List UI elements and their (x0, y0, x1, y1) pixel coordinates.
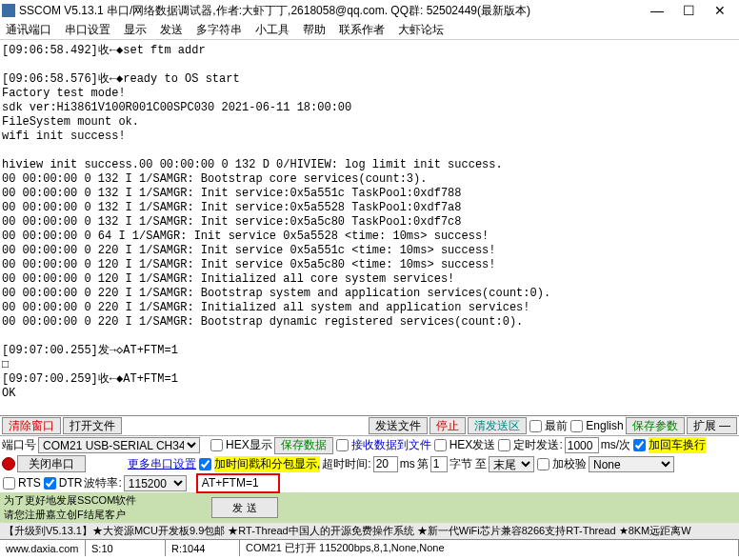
window-title: SSCOM V5.13.1 串口/网络数据调试器,作者:大虾丁丁,2618058… (19, 3, 650, 19)
timeout-unit: ms (400, 457, 415, 470)
timed-send-unit: ms/次 (601, 437, 630, 453)
more-settings-link[interactable]: 更多串口设置 (128, 456, 196, 472)
port-label: 端口号 (2, 437, 36, 453)
byte-label: 第 (417, 456, 429, 472)
baud-select[interactable]: 115200 (124, 475, 187, 491)
open-file-button[interactable]: 打开文件 (63, 417, 122, 434)
menu-bar: 通讯端口 串口设置 显示 发送 多字符串 小工具 帮助 联系作者 大虾论坛 (0, 21, 739, 40)
row-3: 关闭串口 更多串口设置 加时间戳和分包显示, 超时时间: ms 第 字节 至 末… (0, 454, 739, 473)
menu-port[interactable]: 通讯端口 (6, 22, 51, 38)
menu-help[interactable]: 帮助 (303, 22, 326, 38)
promo-bar-1: 为了更好地发展SSCOM软件 请您注册嘉立创F结尾客户 发 送 (0, 492, 739, 523)
save-params-button[interactable]: 保存参数 (626, 417, 685, 434)
promo-bar-2[interactable]: 【升级到V5.13.1】★大资源MCU开发板9.9包邮 ★RT-Thread中国… (0, 523, 739, 539)
rx-to-file-label: 接收数据到文件 (351, 437, 431, 453)
hex-show-label: HEX显示 (226, 437, 272, 453)
menu-serial-settings[interactable]: 串口设置 (65, 22, 110, 38)
close-button[interactable]: ✕ (714, 3, 726, 18)
maximize-button[interactable]: ☐ (683, 3, 695, 18)
timestamp-checkbox[interactable] (199, 458, 211, 470)
promo-text-1a: 为了更好地发展SSCOM软件 (4, 494, 136, 506)
hex-show-checkbox[interactable] (210, 439, 223, 451)
command-input[interactable] (200, 475, 276, 491)
terminal-output[interactable]: [09:06:58.492]收←◆set ftm addr [09:06:58.… (0, 40, 739, 415)
byte-input[interactable] (430, 456, 448, 472)
row-1: 清除窗口 打开文件 发送文件 停止 清发送区 最前 English 保存参数 扩… (0, 416, 739, 435)
port-select[interactable]: COM21 USB-SERIAL CH340 (38, 437, 200, 453)
timeout-input[interactable] (373, 456, 398, 472)
record-icon[interactable] (2, 457, 15, 470)
menu-multistring[interactable]: 多字符串 (196, 22, 242, 38)
front-checkbox[interactable] (529, 420, 542, 432)
english-label: English (586, 419, 623, 432)
clear-send-area-button[interactable]: 清发送区 (468, 417, 527, 434)
menu-contact[interactable]: 联系作者 (339, 22, 385, 38)
tail-select[interactable]: 末尾 (489, 456, 534, 472)
menu-tools[interactable]: 小工具 (255, 22, 290, 38)
title-bar: SSCOM V5.13.1 串口/网络数据调试器,作者:大虾丁丁,2618058… (0, 0, 739, 21)
menu-display[interactable]: 显示 (124, 22, 147, 38)
status-sent: S:10 (86, 540, 166, 556)
promo-text-1c: 请您注册嘉立创F结尾客户 (4, 509, 126, 520)
menu-forum[interactable]: 大虾论坛 (398, 22, 444, 38)
extend-button[interactable]: 扩展 — (687, 417, 737, 434)
save-data-button[interactable]: 保存数据 (274, 437, 333, 454)
checksum-checkbox[interactable] (537, 458, 549, 470)
timestamp-label: 加时间戳和分包显示, (214, 456, 320, 472)
stop-button[interactable]: 停止 (429, 417, 466, 434)
baud-label: 波特率: (84, 475, 121, 491)
timeout-label: 超时时间: (322, 456, 370, 472)
clear-window-button[interactable]: 清除窗口 (2, 417, 61, 434)
dtr-checkbox[interactable] (44, 477, 56, 490)
crlf-checkbox[interactable] (633, 439, 646, 451)
rts-label: RTS (18, 476, 41, 490)
dtr-label: DTR (59, 476, 83, 490)
front-label: 最前 (545, 418, 568, 434)
row-4: RTS DTR 波特率: 115200 (0, 473, 739, 492)
rx-to-file-checkbox[interactable] (336, 439, 349, 451)
send-file-button[interactable]: 发送文件 (369, 417, 428, 434)
rts-checkbox[interactable] (3, 477, 15, 490)
timed-send-checkbox[interactable] (498, 439, 510, 451)
status-port: COM21 已打开 115200bps,8,1,None,None (240, 540, 739, 556)
status-bar: www.daxia.com S:10 R:1044 COM21 已打开 1152… (0, 539, 739, 556)
timed-send-label: 定时发送: (513, 437, 562, 453)
checksum-label: 加校验 (552, 456, 587, 472)
hex-send-label: HEX发送 (449, 437, 496, 453)
close-port-button[interactable]: 关闭串口 (17, 455, 86, 472)
checksum-select[interactable]: None (589, 456, 674, 472)
command-highlight (196, 473, 280, 493)
crlf-label: 加回车换行 (649, 437, 706, 453)
control-panel: 清除窗口 打开文件 发送文件 停止 清发送区 最前 English 保存参数 扩… (0, 415, 739, 556)
minimize-button[interactable]: — (650, 3, 664, 18)
menu-send[interactable]: 发送 (160, 22, 183, 38)
english-checkbox[interactable] (570, 420, 583, 432)
row-2: 端口号 COM21 USB-SERIAL CH340 HEX显示 保存数据 接收… (0, 435, 739, 454)
status-recv: R:1044 (166, 540, 240, 556)
send-button[interactable]: 发 送 (211, 497, 278, 518)
hex-send-checkbox[interactable] (434, 439, 447, 451)
byte-end-label: 字节 至 (449, 456, 487, 472)
status-url[interactable]: www.daxia.com (0, 540, 86, 556)
app-icon (2, 4, 15, 17)
timed-send-input[interactable] (565, 437, 599, 453)
